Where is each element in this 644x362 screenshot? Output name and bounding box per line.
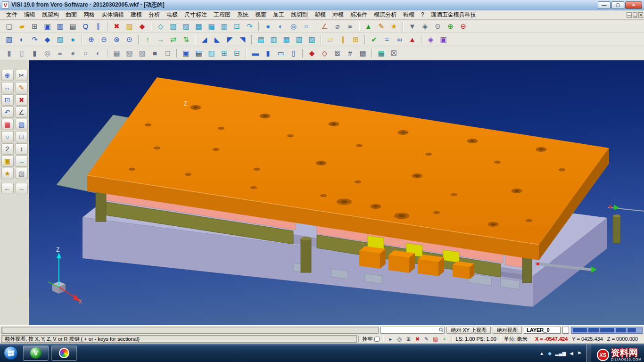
move-face-button[interactable]: ↑ <box>142 34 154 45</box>
import-file-button[interactable]: ⊞ <box>29 21 41 32</box>
volume-tray-icon[interactable]: ◀ <box>570 351 573 356</box>
draft-analysis-button[interactable]: ▲ <box>406 34 418 45</box>
mdi-close-button[interactable]: ✕ <box>638 12 643 18</box>
layer-color-chip[interactable] <box>573 328 587 332</box>
lock-checkbox[interactable] <box>374 337 380 342</box>
show-desktop-button[interactable] <box>586 344 591 362</box>
antivirus-tray-icon[interactable]: ◆ <box>548 351 552 356</box>
favorites-button[interactable]: ★ <box>388 21 400 32</box>
shell-button[interactable]: ◥ <box>237 34 248 45</box>
die-button-tool-button[interactable]: ▯ <box>16 48 28 59</box>
zoom-window-button[interactable]: ⊕ <box>1 70 14 81</box>
origin-button[interactable]: ⊙ <box>432 21 444 32</box>
maximize-button[interactable]: ▢ <box>611 1 624 9</box>
delete-entity-button[interactable]: ✖ <box>16 94 28 106</box>
pointer-mode-icon[interactable]: ▸ <box>387 335 395 343</box>
trim-surface-button[interactable]: ▥ <box>268 34 280 45</box>
previous-view-button[interactable]: ↶ <box>1 107 14 118</box>
draft-button[interactable]: ◤ <box>224 34 236 45</box>
boolean-intersect-button[interactable]: ⊗ <box>111 34 123 45</box>
view-top-button[interactable]: ▧ <box>167 21 179 32</box>
edit-mode-icon[interactable]: ✎ <box>423 335 430 343</box>
measure-diameter-button[interactable]: ⌀ <box>331 21 343 32</box>
zoom-out-button[interactable]: ⊖ <box>457 21 469 32</box>
datum-axis-button[interactable]: ∥ <box>337 34 349 45</box>
taskbar-visi-button[interactable]: V <box>23 346 49 361</box>
hidden-line-button[interactable]: ◎ <box>288 21 299 32</box>
pillar-tool-button[interactable]: ▮ <box>29 48 41 59</box>
boolean-subtract-button[interactable]: ⊖ <box>98 34 110 45</box>
view-orientation-button[interactable]: 绝对 XY 上视图 <box>446 327 491 334</box>
selection-filter-button[interactable]: ▧ <box>124 21 135 32</box>
print-button[interactable]: ▤ <box>67 21 79 32</box>
zoom-in-button[interactable]: ⊕ <box>445 21 456 32</box>
start-button[interactable] <box>4 346 18 360</box>
tool-assembly-button[interactable]: ⊞ <box>218 48 230 59</box>
menu-item-window[interactable]: 视窗 <box>252 10 270 19</box>
layer-color-chip[interactable] <box>616 328 626 332</box>
coordinate-system-button[interactable]: ⊞ <box>350 34 362 45</box>
materials-button[interactable]: ◈ <box>425 34 437 45</box>
rectangle-tool-button[interactable]: □ <box>16 131 28 142</box>
entity-filter-button[interactable]: ⊠ <box>331 48 343 59</box>
strip-layout-button[interactable]: ▤ <box>193 48 205 59</box>
view-mode-button[interactable]: 绝对视图 <box>493 327 522 334</box>
face-from-curves-button[interactable]: ▤ <box>255 34 267 45</box>
shaded-view-button[interactable]: ● <box>262 21 274 32</box>
menu-item-flow-analysis[interactable]: 模流分析 <box>371 10 400 19</box>
extend-surface-button[interactable]: ▦ <box>281 34 292 45</box>
deviation-button[interactable]: ≈ <box>381 34 393 45</box>
mdi-minimize-button[interactable]: — <box>627 12 632 18</box>
stitch-surface-button[interactable]: ▧ <box>293 34 305 45</box>
analyze-button[interactable]: ▲ <box>363 21 374 32</box>
rotate-view-button[interactable]: ↷ <box>244 21 256 32</box>
check-geometry-button[interactable]: ✔ <box>368 34 380 45</box>
layer-color-chip[interactable] <box>600 328 614 332</box>
view-right-button[interactable]: ▩ <box>193 21 205 32</box>
sweep-button[interactable]: ↷ <box>29 34 41 45</box>
menu-item-drawing[interactable]: 工程图 <box>210 10 234 19</box>
layer-color-chip[interactable] <box>627 328 636 332</box>
punch-list-button[interactable]: ▥ <box>206 48 217 59</box>
save-file-button[interactable]: ▣ <box>41 21 53 32</box>
mask-button[interactable]: ◆ <box>136 21 148 32</box>
taskbar-app2-button[interactable] <box>51 346 77 361</box>
show-hidden-icons-button[interactable]: ▲ <box>539 351 544 356</box>
menu-item-electrode[interactable]: 电极 <box>163 10 181 19</box>
layer-spinner[interactable] <box>562 327 569 334</box>
selection-mask-button[interactable]: ▦ <box>1 119 14 130</box>
pan-view-button[interactable]: ↔ <box>1 82 14 93</box>
lock-layer-button[interactable]: ▣ <box>1 156 14 167</box>
measure-list-button[interactable]: ≡ <box>344 21 356 32</box>
pocket-tool-button[interactable]: ▧ <box>124 48 135 59</box>
fillet-button[interactable]: ◢ <box>198 34 210 45</box>
search-box[interactable] <box>380 327 445 334</box>
curvature-button[interactable]: ∞ <box>394 34 405 45</box>
extrude-button[interactable]: ▧ <box>3 34 15 45</box>
edit-entity-button[interactable]: ✎ <box>16 82 28 93</box>
history-forward-button[interactable]: → <box>16 183 28 194</box>
ucs-mode-icon[interactable]: ⊞ <box>405 335 413 343</box>
minimize-button[interactable]: — <box>598 1 611 9</box>
replace-face-button[interactable]: ⇄ <box>167 34 179 45</box>
cube-primitive-button[interactable]: ▨ <box>54 34 66 45</box>
open-file-button[interactable]: ▰ <box>16 21 28 32</box>
hole-table-button[interactable]: ▦ <box>375 48 387 59</box>
pattern-button[interactable]: ⇅ <box>180 34 192 45</box>
menu-item-progressive-die[interactable]: 冲模 <box>329 10 347 19</box>
spring-tool-button[interactable]: ≡ <box>54 48 66 59</box>
viewport-3d[interactable]: Z Z X <box>29 60 644 325</box>
gas-spring-button[interactable]: ▯ <box>288 48 299 59</box>
sphere-primitive-button[interactable]: ● <box>67 34 79 45</box>
bush-tool-button[interactable]: ◎ <box>41 48 53 59</box>
pause-redraw-button[interactable]: ∥ <box>92 21 104 32</box>
view-back-button[interactable]: ▦ <box>206 21 217 32</box>
supplier-catalog-button[interactable]: ◇ <box>319 48 330 59</box>
split-body-button[interactable]: ⊙ <box>124 34 135 45</box>
view-iso-button[interactable]: ◇ <box>155 21 166 32</box>
trim-entity-button[interactable]: ✂ <box>16 70 28 81</box>
menu-item-wireframe[interactable]: 线架构 <box>39 10 62 19</box>
cam-unit-button[interactable]: ▭ <box>275 48 287 59</box>
menu-item-file[interactable]: 文件 <box>3 10 21 19</box>
close-button[interactable]: ✕ <box>625 1 642 9</box>
